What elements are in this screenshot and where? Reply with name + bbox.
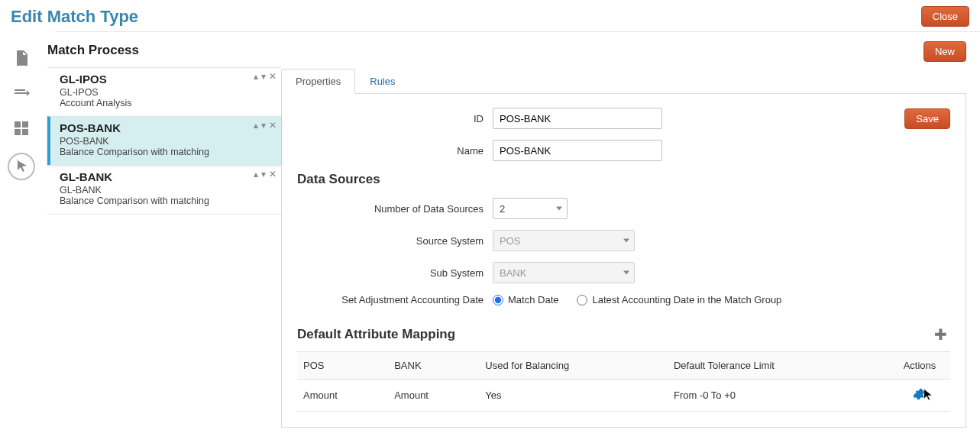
chevron-down-icon xyxy=(623,239,629,243)
radio-match-date[interactable]: Match Date xyxy=(493,294,558,305)
chevron-down-icon xyxy=(623,271,629,275)
cell-balancing: Yes xyxy=(479,380,668,412)
process-item-pos-bank[interactable]: ▴ ▾ ✕ POS-BANK POS-BANK Balance Comparis… xyxy=(47,116,281,165)
source-system-label: Source System xyxy=(297,235,493,247)
move-down-icon[interactable]: ▾ xyxy=(261,120,266,131)
process-item-gl-bank[interactable]: ▴ ▾ ✕ GL-BANK GL-BANK Balance Comparison… xyxy=(47,165,281,215)
cell-bank: Amount xyxy=(388,380,479,412)
move-down-icon[interactable]: ▾ xyxy=(261,169,266,179)
sub-system-label: Sub System xyxy=(297,267,493,279)
source-system-select: POS xyxy=(493,230,635,251)
remove-icon[interactable]: ✕ xyxy=(269,169,277,179)
process-item-desc: Account Analysis xyxy=(60,98,273,108)
name-input[interactable] xyxy=(493,140,662,161)
process-item-desc: Balance Comparison with matching xyxy=(60,196,273,206)
chevron-down-icon xyxy=(556,207,562,211)
process-item-title: GL-IPOS xyxy=(60,73,273,86)
move-up-icon[interactable]: ▴ xyxy=(254,71,258,82)
pointer-icon[interactable] xyxy=(8,153,35,180)
properties-panel: ID Save Name Data Sources Number of Data… xyxy=(281,94,966,428)
name-label: Name xyxy=(297,145,493,157)
radio-latest-date-input[interactable] xyxy=(577,295,587,305)
sidebar-title: Match Process xyxy=(47,40,281,67)
col-tolerance: Default Tolerance Limit xyxy=(668,352,889,380)
process-item-title: POS-BANK xyxy=(60,121,273,134)
remove-icon[interactable]: ✕ xyxy=(269,71,277,82)
new-button[interactable]: New xyxy=(923,41,966,62)
col-actions: Actions xyxy=(889,352,950,380)
gear-icon[interactable] xyxy=(913,387,927,401)
data-sources-title: Data Sources xyxy=(297,172,950,187)
num-sources-select[interactable]: 2 xyxy=(493,198,568,219)
sub-system-select: BANK xyxy=(493,262,635,283)
process-item-sub: GL-BANK xyxy=(60,185,273,196)
col-balancing: Used for Balancing xyxy=(479,352,668,380)
process-item-sub: GL-IPOS xyxy=(60,87,273,98)
col-pos: POS xyxy=(297,352,388,380)
move-up-icon[interactable]: ▴ xyxy=(254,169,258,179)
process-item-desc: Balance Comparison with matching xyxy=(60,147,273,157)
document-icon[interactable] xyxy=(11,47,32,69)
num-sources-label: Number of Data Sources xyxy=(297,203,493,215)
adj-date-label: Set Adjustment Accounting Date xyxy=(297,294,493,305)
col-bank: BANK xyxy=(388,352,479,380)
page-title: Edit Match Type xyxy=(11,7,138,27)
dam-table: POS BANK Used for Balancing Default Tole… xyxy=(297,351,950,412)
transfer-icon[interactable] xyxy=(11,82,32,104)
dam-title: Default Attribute Mapping xyxy=(297,327,455,342)
cell-pos: Amount xyxy=(297,380,388,412)
source-system-value: POS xyxy=(500,235,520,247)
tab-rules[interactable]: Rules xyxy=(355,69,409,94)
tab-properties[interactable]: Properties xyxy=(281,69,355,94)
process-item-gl-ipos[interactable]: ▴ ▾ ✕ GL-IPOS GL-IPOS Account Analysis xyxy=(47,67,281,116)
process-item-sub: POS-BANK xyxy=(60,136,273,147)
tabs: Properties Rules xyxy=(281,68,966,94)
radio-match-date-input[interactable] xyxy=(493,295,503,305)
add-mapping-button[interactable]: ✚ xyxy=(931,325,950,344)
table-row: Amount Amount Yes From -0 To +0 xyxy=(297,380,950,412)
table-header-row: POS BANK Used for Balancing Default Tole… xyxy=(297,352,950,380)
process-item-title: GL-BANK xyxy=(60,170,273,183)
grid-icon[interactable] xyxy=(11,118,32,139)
move-up-icon[interactable]: ▴ xyxy=(254,120,258,131)
icon-rail xyxy=(0,32,43,446)
close-button[interactable]: Close xyxy=(921,6,969,27)
id-label: ID xyxy=(297,113,493,124)
radio-latest-date-text: Latest Accounting Date in the Match Grou… xyxy=(592,294,781,305)
num-sources-value: 2 xyxy=(500,203,505,215)
radio-latest-date[interactable]: Latest Accounting Date in the Match Grou… xyxy=(577,294,781,305)
move-down-icon[interactable]: ▾ xyxy=(261,71,266,82)
save-button[interactable]: Save xyxy=(904,108,950,129)
cell-tolerance: From -0 To +0 xyxy=(668,380,889,412)
id-input[interactable] xyxy=(493,108,662,129)
sub-system-value: BANK xyxy=(500,267,526,279)
radio-match-date-text: Match Date xyxy=(508,294,558,305)
remove-icon[interactable]: ✕ xyxy=(269,120,277,131)
